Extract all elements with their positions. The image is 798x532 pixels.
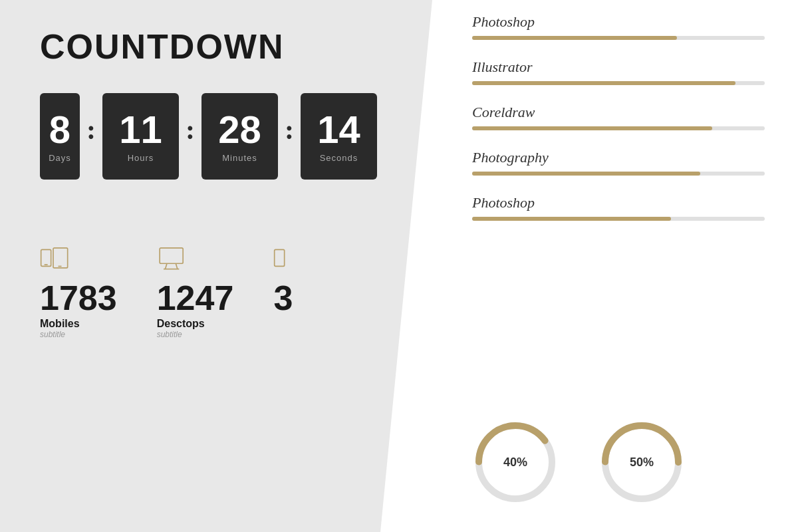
desktops-subtitle: subtitle	[157, 330, 182, 339]
skill-bar-fill-0	[472, 36, 677, 40]
hours-block: 11 Hours	[102, 93, 179, 180]
skill-bar-bg-2	[472, 126, 765, 130]
separator-2: :	[186, 116, 195, 144]
svg-rect-0	[41, 249, 51, 266]
skill-bar-fill-4	[472, 217, 671, 221]
desktops-number: 1247	[157, 281, 234, 315]
skill-bar-bg-3	[472, 172, 765, 176]
skill-item: Photography	[472, 149, 765, 176]
svg-line-6	[176, 263, 178, 269]
skill-bar-bg-0	[472, 36, 765, 40]
minutes-number: 28	[218, 110, 261, 149]
third-stat: 3	[273, 246, 313, 339]
mobiles-subtitle: subtitle	[40, 330, 65, 339]
skill-name-0: Photoshop	[472, 13, 765, 31]
svg-rect-8	[275, 249, 285, 266]
skill-name-2: Coreldraw	[472, 104, 765, 121]
mobiles-stat: 1783 Mobiles subtitle	[40, 246, 117, 339]
skill-name-1: Illustrator	[472, 59, 765, 76]
minutes-label: Minutes	[222, 153, 257, 163]
donut-wrapper-0: 40%	[472, 419, 559, 505]
hours-number: 11	[119, 110, 162, 149]
desktop-icon	[157, 246, 190, 275]
separator-1: :	[86, 116, 96, 144]
mobiles-title: Mobiles	[40, 318, 80, 330]
countdown-units: 8 Days : 11 Hours : 28 Minutes : 14 Seco…	[40, 93, 392, 180]
days-number: 8	[49, 110, 70, 149]
minutes-block: 28 Minutes	[201, 93, 278, 180]
skill-name-3: Photography	[472, 149, 765, 166]
skill-item: Illustrator	[472, 59, 765, 85]
svg-line-5	[165, 263, 167, 269]
svg-rect-4	[160, 248, 183, 263]
desktops-title: Desctops	[157, 318, 205, 330]
donut-container-1: 50%	[598, 419, 685, 505]
skill-item: Photoshop	[472, 13, 765, 40]
countdown-title: COUNTDOWN	[40, 27, 392, 66]
seconds-label: Seconds	[320, 153, 358, 163]
hours-label: Hours	[128, 153, 154, 163]
days-label: Days	[49, 153, 71, 163]
donut-container-0: 40%	[472, 419, 559, 505]
skill-item: Coreldraw	[472, 104, 765, 130]
donut-label-1: 50%	[630, 456, 654, 469]
donuts-section: 40% 50%	[472, 419, 765, 519]
left-panel: COUNTDOWN 8 Days : 11 Hours : 28 Minutes…	[0, 0, 432, 532]
donut-wrapper-1: 50%	[598, 419, 685, 505]
days-block: 8 Days	[40, 93, 80, 180]
third-icon	[273, 246, 307, 275]
mobiles-number: 1783	[40, 281, 117, 315]
seconds-block: 14 Seconds	[301, 93, 377, 180]
desktops-stat: 1247 Desctops subtitle	[157, 246, 234, 339]
stats-section: 1783 Mobiles subtitle 1247 Desctops subt…	[40, 246, 392, 339]
skills-section: Photoshop Illustrator Coreldraw Photogra…	[472, 13, 765, 406]
donut-label-0: 40%	[503, 456, 527, 469]
skill-item: Photoshop	[472, 194, 765, 221]
svg-rect-2	[53, 248, 68, 268]
seconds-number: 14	[317, 110, 360, 149]
skill-name-4: Photoshop	[472, 194, 765, 211]
third-number: 3	[273, 281, 293, 315]
skill-bar-fill-3	[472, 172, 700, 176]
right-panel: Photoshop Illustrator Coreldraw Photogra…	[432, 0, 798, 532]
separator-3: :	[285, 116, 294, 144]
mobile-icon	[40, 246, 73, 275]
skill-bar-fill-2	[472, 126, 712, 130]
skill-bar-bg-4	[472, 217, 765, 221]
skill-bar-fill-1	[472, 81, 735, 85]
skill-bar-bg-1	[472, 81, 765, 85]
